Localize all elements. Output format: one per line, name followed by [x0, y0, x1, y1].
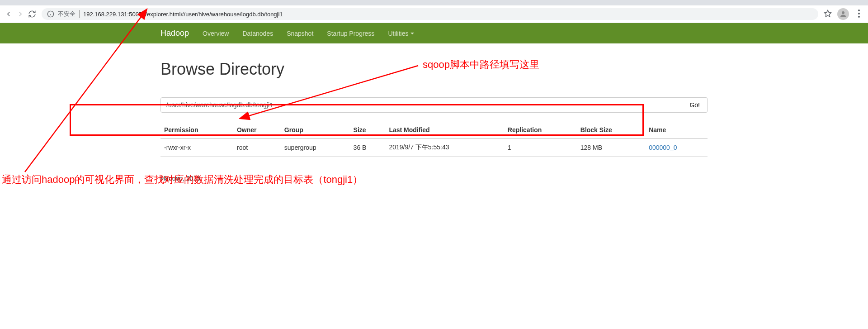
th-block-size: Block Size — [577, 122, 645, 138]
path-input[interactable] — [160, 97, 682, 113]
bookmark-icon[interactable] — [824, 10, 832, 19]
th-size: Size — [350, 122, 386, 138]
svg-point-6 — [858, 13, 860, 14]
svg-point-5 — [858, 10, 860, 11]
go-button[interactable]: Go! — [682, 97, 708, 113]
cell-group: supergroup — [281, 138, 350, 157]
back-button[interactable] — [5, 10, 13, 18]
nav-utilities[interactable]: Utilities — [388, 30, 414, 37]
nav-utilities-label: Utilities — [388, 30, 408, 37]
forward-button[interactable] — [16, 10, 24, 18]
profile-avatar[interactable] — [837, 8, 849, 20]
th-owner: Owner — [233, 122, 281, 138]
nav-startup-progress[interactable]: Startup Progress — [327, 30, 374, 37]
url-text: 192.168.229.131:50070/explorer.html#/use… — [83, 11, 283, 18]
address-bar[interactable]: 不安全 192.168.229.131:50070/explorer.html#… — [42, 8, 818, 20]
th-last-modified: Last Modified — [385, 122, 504, 138]
cell-permission: -rwxr-xr-x — [160, 138, 233, 157]
svg-point-7 — [858, 16, 860, 18]
file-link[interactable]: 000000_0 — [649, 144, 677, 151]
svg-point-4 — [842, 11, 844, 14]
page-header: Browse Directory — [160, 43, 708, 88]
cell-replication: 1 — [504, 138, 577, 157]
cell-owner: root — [233, 138, 281, 157]
browser-menu-icon[interactable] — [854, 10, 863, 19]
security-text: 不安全 — [58, 10, 80, 18]
page-title: Browse Directory — [160, 60, 708, 79]
svg-marker-3 — [825, 10, 831, 16]
directory-table: Permission Owner Group Size Last Modifie… — [160, 122, 708, 157]
info-icon[interactable] — [47, 10, 54, 18]
brand-logo[interactable]: Hadoop — [160, 29, 189, 38]
th-replication: Replication — [504, 122, 577, 138]
cell-name: 000000_0 — [645, 138, 708, 157]
browser-chrome: 不安全 192.168.229.131:50070/explorer.html#… — [0, 0, 868, 23]
footer-text: Hadoop, 2015. — [160, 166, 708, 191]
th-permission: Permission — [160, 122, 233, 138]
nav-datanodes[interactable]: Datanodes — [242, 30, 273, 37]
th-group: Group — [281, 122, 350, 138]
path-input-group: Go! — [160, 97, 708, 113]
th-name: Name — [645, 122, 708, 138]
table-row: -rwxr-xr-x root supergroup 36 B 2019/9/7… — [160, 138, 708, 157]
caret-down-icon — [410, 33, 414, 34]
reload-button[interactable] — [28, 10, 36, 18]
cell-size: 36 B — [350, 138, 386, 157]
tabs-bar — [0, 0, 868, 5]
table-header-row: Permission Owner Group Size Last Modifie… — [160, 122, 708, 138]
nav-overview[interactable]: Overview — [203, 30, 229, 37]
nav-snapshot[interactable]: Snapshot — [287, 30, 313, 37]
browser-toolbar: 不安全 192.168.229.131:50070/explorer.html#… — [0, 5, 868, 23]
hadoop-navbar: Hadoop Overview Datanodes Snapshot Start… — [0, 23, 868, 43]
cell-last-modified: 2019/9/7 下午5:55:43 — [385, 138, 504, 157]
cell-block-size: 128 MB — [577, 138, 645, 157]
